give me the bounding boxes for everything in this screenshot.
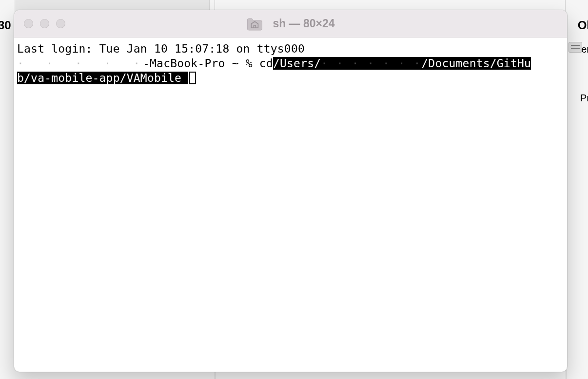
terminal-cursor [189,72,196,84]
zoom-button[interactable] [56,19,65,28]
pasted-path-line2: b/va-mobile-app/VAMobile [17,72,188,84]
terminal-line-last-login: Last login: Tue Jan 10 15:07:18 on ttys0… [17,41,564,56]
background-text-fragment: 30 [0,19,11,32]
terminal-content[interactable]: Last login: Tue Jan 10 15:07:18 on ttys0… [14,38,567,372]
home-folder-icon [246,17,263,31]
terminal-window[interactable]: sh — 80×24 Last login: Tue Jan 10 15:07:… [14,10,568,372]
command-cd: cd [259,57,273,70]
list-icon [568,42,582,53]
background-text-fragment: Pr [580,93,588,104]
redacted-hostname-prefix: · · · · · [17,57,143,70]
terminal-line-prompt-continued: b/va-mobile-app/VAMobile [17,71,564,85]
traffic-lights [14,19,65,28]
minimize-button[interactable] [40,19,49,28]
pasted-path-segment-2: /Documents/GitHu [421,57,531,70]
pasted-path-segment-1: /Users/ [273,57,321,70]
close-button[interactable] [24,19,33,28]
terminal-line-prompt: · · · · ·-MacBook-Pro ~ % cd/Users/· · ·… [17,56,564,71]
background-text-fragment: Ol [578,19,588,32]
window-title-text: sh — 80×24 [273,17,334,30]
background-text-fragment: er [581,44,588,55]
prompt-host-suffix: -MacBook-Pro ~ % [143,57,259,70]
redacted-username: · · · · · · · [321,57,421,70]
window-titlebar[interactable]: sh — 80×24 [14,10,567,38]
window-title: sh — 80×24 [246,17,334,31]
